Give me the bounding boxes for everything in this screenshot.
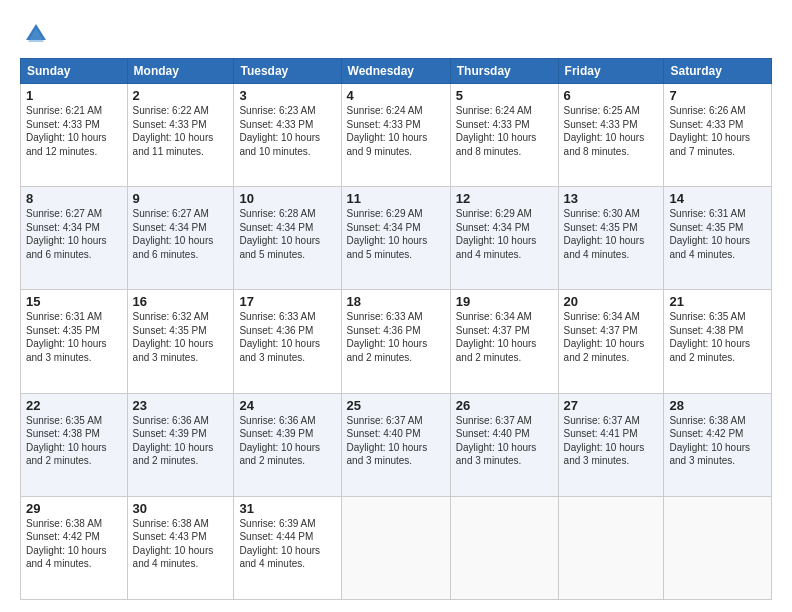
- day-info: Sunrise: 6:33 AMSunset: 4:36 PMDaylight:…: [239, 311, 320, 363]
- table-row: 26 Sunrise: 6:37 AMSunset: 4:40 PMDaylig…: [450, 393, 558, 496]
- day-info: Sunrise: 6:38 AMSunset: 4:42 PMDaylight:…: [26, 518, 107, 570]
- day-info: Sunrise: 6:28 AMSunset: 4:34 PMDaylight:…: [239, 208, 320, 260]
- header: [20, 16, 772, 48]
- table-row: 11 Sunrise: 6:29 AMSunset: 4:34 PMDaylig…: [341, 187, 450, 290]
- day-number: 3: [239, 88, 335, 103]
- day-info: Sunrise: 6:38 AMSunset: 4:43 PMDaylight:…: [133, 518, 214, 570]
- table-row: 30 Sunrise: 6:38 AMSunset: 4:43 PMDaylig…: [127, 496, 234, 599]
- day-number: 6: [564, 88, 659, 103]
- day-number: 20: [564, 294, 659, 309]
- day-info: Sunrise: 6:34 AMSunset: 4:37 PMDaylight:…: [564, 311, 645, 363]
- table-row: 24 Sunrise: 6:36 AMSunset: 4:39 PMDaylig…: [234, 393, 341, 496]
- day-info: Sunrise: 6:37 AMSunset: 4:40 PMDaylight:…: [347, 415, 428, 467]
- day-number: 13: [564, 191, 659, 206]
- day-number: 31: [239, 501, 335, 516]
- day-number: 28: [669, 398, 766, 413]
- day-number: 10: [239, 191, 335, 206]
- day-number: 26: [456, 398, 553, 413]
- page: SundayMondayTuesdayWednesdayThursdayFrid…: [0, 0, 792, 612]
- table-row: 8 Sunrise: 6:27 AMSunset: 4:34 PMDayligh…: [21, 187, 128, 290]
- day-info: Sunrise: 6:29 AMSunset: 4:34 PMDaylight:…: [347, 208, 428, 260]
- day-number: 14: [669, 191, 766, 206]
- table-row: 3 Sunrise: 6:23 AMSunset: 4:33 PMDayligh…: [234, 84, 341, 187]
- table-row: 17 Sunrise: 6:33 AMSunset: 4:36 PMDaylig…: [234, 290, 341, 393]
- day-info: Sunrise: 6:31 AMSunset: 4:35 PMDaylight:…: [669, 208, 750, 260]
- table-row: 22 Sunrise: 6:35 AMSunset: 4:38 PMDaylig…: [21, 393, 128, 496]
- day-info: Sunrise: 6:34 AMSunset: 4:37 PMDaylight:…: [456, 311, 537, 363]
- table-row: 4 Sunrise: 6:24 AMSunset: 4:33 PMDayligh…: [341, 84, 450, 187]
- day-number: 16: [133, 294, 229, 309]
- table-row: 31 Sunrise: 6:39 AMSunset: 4:44 PMDaylig…: [234, 496, 341, 599]
- day-number: 4: [347, 88, 445, 103]
- table-row: [341, 496, 450, 599]
- day-number: 18: [347, 294, 445, 309]
- day-info: Sunrise: 6:33 AMSunset: 4:36 PMDaylight:…: [347, 311, 428, 363]
- day-number: 24: [239, 398, 335, 413]
- day-number: 29: [26, 501, 122, 516]
- day-info: Sunrise: 6:35 AMSunset: 4:38 PMDaylight:…: [669, 311, 750, 363]
- table-row: 21 Sunrise: 6:35 AMSunset: 4:38 PMDaylig…: [664, 290, 772, 393]
- day-info: Sunrise: 6:36 AMSunset: 4:39 PMDaylight:…: [133, 415, 214, 467]
- table-row: 20 Sunrise: 6:34 AMSunset: 4:37 PMDaylig…: [558, 290, 664, 393]
- day-number: 22: [26, 398, 122, 413]
- day-number: 11: [347, 191, 445, 206]
- day-info: Sunrise: 6:37 AMSunset: 4:41 PMDaylight:…: [564, 415, 645, 467]
- table-row: [664, 496, 772, 599]
- day-number: 9: [133, 191, 229, 206]
- table-row: 29 Sunrise: 6:38 AMSunset: 4:42 PMDaylig…: [21, 496, 128, 599]
- day-number: 7: [669, 88, 766, 103]
- table-row: 28 Sunrise: 6:38 AMSunset: 4:42 PMDaylig…: [664, 393, 772, 496]
- table-row: 6 Sunrise: 6:25 AMSunset: 4:33 PMDayligh…: [558, 84, 664, 187]
- day-info: Sunrise: 6:31 AMSunset: 4:35 PMDaylight:…: [26, 311, 107, 363]
- day-number: 27: [564, 398, 659, 413]
- day-number: 15: [26, 294, 122, 309]
- table-row: 2 Sunrise: 6:22 AMSunset: 4:33 PMDayligh…: [127, 84, 234, 187]
- table-row: 7 Sunrise: 6:26 AMSunset: 4:33 PMDayligh…: [664, 84, 772, 187]
- day-number: 8: [26, 191, 122, 206]
- day-info: Sunrise: 6:30 AMSunset: 4:35 PMDaylight:…: [564, 208, 645, 260]
- table-row: 27 Sunrise: 6:37 AMSunset: 4:41 PMDaylig…: [558, 393, 664, 496]
- day-info: Sunrise: 6:26 AMSunset: 4:33 PMDaylight:…: [669, 105, 750, 157]
- day-number: 21: [669, 294, 766, 309]
- day-info: Sunrise: 6:29 AMSunset: 4:34 PMDaylight:…: [456, 208, 537, 260]
- day-number: 12: [456, 191, 553, 206]
- table-row: 14 Sunrise: 6:31 AMSunset: 4:35 PMDaylig…: [664, 187, 772, 290]
- day-number: 23: [133, 398, 229, 413]
- day-info: Sunrise: 6:21 AMSunset: 4:33 PMDaylight:…: [26, 105, 107, 157]
- day-info: Sunrise: 6:32 AMSunset: 4:35 PMDaylight:…: [133, 311, 214, 363]
- day-number: 1: [26, 88, 122, 103]
- col-header-thursday: Thursday: [450, 59, 558, 84]
- table-row: 10 Sunrise: 6:28 AMSunset: 4:34 PMDaylig…: [234, 187, 341, 290]
- day-info: Sunrise: 6:23 AMSunset: 4:33 PMDaylight:…: [239, 105, 320, 157]
- day-number: 25: [347, 398, 445, 413]
- col-header-sunday: Sunday: [21, 59, 128, 84]
- calendar-table: SundayMondayTuesdayWednesdayThursdayFrid…: [20, 58, 772, 600]
- day-number: 30: [133, 501, 229, 516]
- table-row: 9 Sunrise: 6:27 AMSunset: 4:34 PMDayligh…: [127, 187, 234, 290]
- day-number: 19: [456, 294, 553, 309]
- table-row: [558, 496, 664, 599]
- table-row: 1 Sunrise: 6:21 AMSunset: 4:33 PMDayligh…: [21, 84, 128, 187]
- col-header-friday: Friday: [558, 59, 664, 84]
- logo-icon: [22, 20, 50, 48]
- day-info: Sunrise: 6:24 AMSunset: 4:33 PMDaylight:…: [347, 105, 428, 157]
- day-info: Sunrise: 6:25 AMSunset: 4:33 PMDaylight:…: [564, 105, 645, 157]
- day-number: 5: [456, 88, 553, 103]
- day-info: Sunrise: 6:27 AMSunset: 4:34 PMDaylight:…: [26, 208, 107, 260]
- table-row: 5 Sunrise: 6:24 AMSunset: 4:33 PMDayligh…: [450, 84, 558, 187]
- day-info: Sunrise: 6:37 AMSunset: 4:40 PMDaylight:…: [456, 415, 537, 467]
- table-row: 16 Sunrise: 6:32 AMSunset: 4:35 PMDaylig…: [127, 290, 234, 393]
- table-row: 18 Sunrise: 6:33 AMSunset: 4:36 PMDaylig…: [341, 290, 450, 393]
- col-header-saturday: Saturday: [664, 59, 772, 84]
- day-info: Sunrise: 6:22 AMSunset: 4:33 PMDaylight:…: [133, 105, 214, 157]
- day-number: 17: [239, 294, 335, 309]
- table-row: 13 Sunrise: 6:30 AMSunset: 4:35 PMDaylig…: [558, 187, 664, 290]
- day-info: Sunrise: 6:36 AMSunset: 4:39 PMDaylight:…: [239, 415, 320, 467]
- day-number: 2: [133, 88, 229, 103]
- col-header-monday: Monday: [127, 59, 234, 84]
- day-info: Sunrise: 6:24 AMSunset: 4:33 PMDaylight:…: [456, 105, 537, 157]
- table-row: 19 Sunrise: 6:34 AMSunset: 4:37 PMDaylig…: [450, 290, 558, 393]
- table-row: 25 Sunrise: 6:37 AMSunset: 4:40 PMDaylig…: [341, 393, 450, 496]
- day-info: Sunrise: 6:39 AMSunset: 4:44 PMDaylight:…: [239, 518, 320, 570]
- col-header-wednesday: Wednesday: [341, 59, 450, 84]
